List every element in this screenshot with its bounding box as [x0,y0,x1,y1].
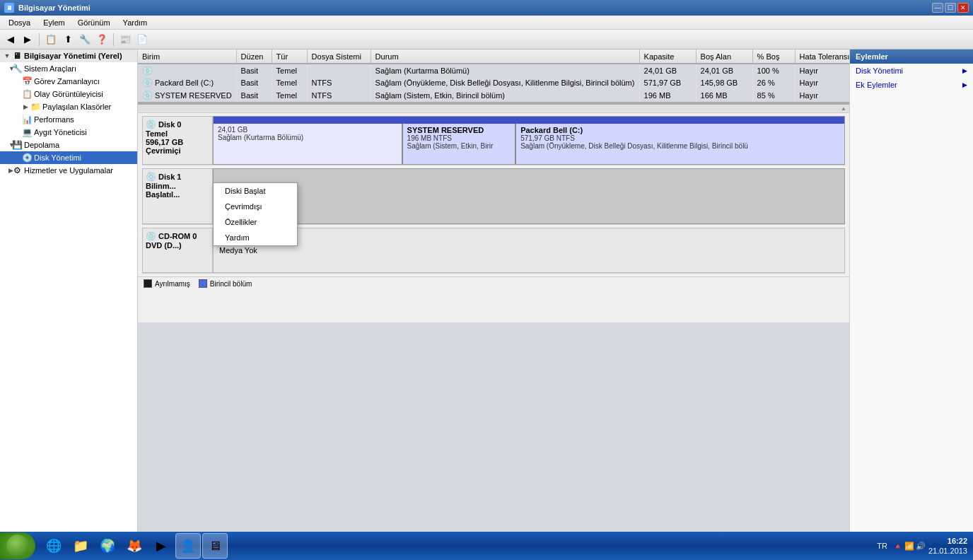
start-button[interactable] [0,532,35,559]
ctx-diski-baslat[interactable]: Diski Başlat [214,183,297,199]
sidebar-item-paylasilan[interactable]: ▶ 📁 Paylaşılan Klasörler [0,100,137,113]
close-button[interactable]: ✕ [957,3,969,13]
tray-icons: 🔺 📶 🔊 [893,542,926,551]
cdrom-content[interactable]: Medya Yok [213,228,845,273]
action-disk-arrow: ▶ [962,67,967,74]
taskbar-icon-ie[interactable]: 🌐 [41,533,66,559]
action-ek-arrow: ▶ [962,81,967,88]
legend-ayrilmamis: Ayrılmamış [144,279,190,288]
sidebar-item-hizmetler[interactable]: ▶ ⚙ Hizmetler ve Uygulamalar [0,164,137,177]
disk0-seg1-info: Sağlam (Kurtarma Bölümü) [218,134,397,141]
cell-bos-0: 24,01 GB [696,64,752,76]
back-button[interactable]: ◀ [3,32,18,47]
col-dosyaSistemi[interactable]: Dosya Sistemi [307,49,371,64]
sidebar-root[interactable]: ▼ 🖥 Bilgisayar Yönetimi (Yerel) [0,49,137,62]
sidebar-item-aygit[interactable]: 💻 Aygıt Yöneticisi [0,126,137,139]
table-row[interactable]: 💿Packard Bell (C:) Basit Temel NTFS Sağl… [138,76,849,89]
disk1-type: Bilinm... [146,182,209,190]
forward-button[interactable]: ▶ [20,32,35,47]
menu-yardim[interactable]: Yardım [117,17,153,28]
paylasilan-label: Paylaşılan Klasörler [42,103,111,111]
olay-label: Olay Görüntüleyicisi [34,90,103,98]
disk0-type: Temel [146,129,209,138]
cell-kap-1: 571,97 GB [639,76,696,89]
disk-label: Disk Yönetimi [34,153,81,162]
minimize-button[interactable]: — [932,3,943,13]
performans-label: Performans [34,115,74,124]
actions-header: Eylemler [850,49,973,64]
col-birim[interactable]: Birim [138,49,236,64]
taskbar-active-app[interactable]: 🖥 [202,533,228,559]
col-hataTol[interactable]: Hata Toleransı [795,49,849,64]
disk-icon: 💿 [21,152,33,163]
disk0-seg3-size: 571,97 GB NTFS [520,134,840,142]
cell-fs-2: NTFS [307,89,371,102]
title-bar: 🖥 Bilgisayar Yönetimi — ☐ ✕ [0,0,973,16]
sidebar-item-sistemAraclari[interactable]: ▼ 🔧 Sistem Araçları [0,62,137,75]
disk0-seg2-size: 196 MB NTFS [407,134,511,142]
col-durum[interactable]: Durum [371,49,639,64]
table-row[interactable]: 💿 Basit Temel Sağlam (Kurtarma Bölümü) 2… [138,64,849,76]
sidebar: ▼ 🖥 Bilgisayar Yönetimi (Yerel) ▼ 🔧 Sist… [0,49,138,532]
legend-birincil-box [199,279,207,288]
disk0-seg1[interactable]: 24,01 GB Sağlam (Kurtarma Bölümü) [214,124,403,164]
taskbar-clock[interactable]: 16:22 21.01.2013 [928,536,967,556]
ctx-yardim[interactable]: Yardım [214,230,297,245]
taskbar-icon-ie2[interactable]: 🌍 [95,533,120,559]
show-hide-button[interactable]: 📋 [43,32,59,47]
gorev-icon: 📅 [21,76,33,87]
properties-button[interactable]: 🔧 [77,32,93,47]
col-duzen[interactable]: Düzen [236,49,272,64]
taskbar-icon-people[interactable]: 👤 [175,533,201,559]
cell-yuz-2: 85 % [752,89,795,102]
cell-hat-0: Hayır [795,64,849,76]
table-row[interactable]: 💿SYSTEM RESERVED Basit Temel NTFS Sağlam… [138,89,849,102]
toolbar-sep-2 [113,33,114,46]
extra-btn2[interactable]: 📄 [134,32,150,47]
menu-eylem[interactable]: Eylem [37,17,71,28]
legend-birincil-label: Birincil bölüm [210,280,252,288]
col-tur[interactable]: Tür [272,49,307,64]
computer-icon: 🖥 [11,50,23,62]
taskbar-icon-firefox[interactable]: 🦊 [122,533,147,559]
col-bosAlan[interactable]: Boş Alan [696,49,752,64]
disk1-unallocated[interactable] [213,168,845,224]
gorev-label: Görev Zamanlayıcı [34,77,100,86]
sidebar-item-olayGorunum[interactable]: 📋 Olay Görüntüleyicisi [0,88,137,100]
sidebar-item-gorevZamanlay[interactable]: 📅 Görev Zamanlayıcı [0,75,137,88]
menu-dosya[interactable]: Dosya [3,17,36,28]
depolama-icon: 💾 [11,139,23,151]
taskbar-icon-folder[interactable]: 📁 [68,533,93,559]
ctx-cevrimdisi[interactable]: Çevrimdışı [214,199,297,214]
disk0-seg3[interactable]: Packard Bell (C:) 571,97 GB NTFS Sağlam … [516,124,844,164]
sidebar-item-diskYonetimi[interactable]: 💿 Disk Yönetimi [0,151,137,164]
cell-tur-0: Temel [272,64,307,76]
taskbar-icon-media[interactable]: ▶ [148,533,174,559]
up-button[interactable]: ⬆ [60,32,76,47]
performans-icon: 📊 [21,114,33,125]
cell-duzen-0: Basit [236,64,272,76]
sidebar-item-performans[interactable]: 📊 Performans [0,113,137,126]
extra-btn1[interactable]: 📰 [117,32,133,47]
cell-birim-0: 💿 [138,64,236,76]
col-yuzBos[interactable]: % Boş [752,49,795,64]
menu-gorunum[interactable]: Görünüm [72,17,116,28]
disk0-seg2[interactable]: SYSTEM RESERVED 196 MB NTFS Sağlam (Sist… [403,124,517,164]
cell-yuz-0: 100 % [752,64,795,76]
cell-duzen-1: Basit [236,76,272,89]
action-disk-yonetimi[interactable]: Disk Yönetimi ▶ [850,64,973,78]
action-ek-eylemler[interactable]: Ek Eylemler ▶ [850,78,973,92]
cell-birim-1: 💿Packard Bell (C:) [138,76,236,89]
cell-kap-0: 24,01 GB [639,64,696,76]
help-button[interactable]: ❓ [94,32,110,47]
disk0-segments: 24,01 GB Sağlam (Kurtarma Bölümü) SYSTEM… [213,116,845,165]
maximize-button[interactable]: ☐ [945,3,956,13]
hizmet-icon: ⚙ [11,165,23,176]
cdrom-name: 💿 CD-ROM 0 [146,231,209,241]
cell-tur-1: Temel [272,76,307,89]
col-kapasite[interactable]: Kapasite [639,49,696,64]
sidebar-item-depolama[interactable]: ▼ 💾 Depolama [0,139,137,151]
disk0-label: 💿 Disk 0 Temel 596,17 GB Çevrimiçi [142,116,213,165]
ctx-ozellikler[interactable]: Özellikler [214,214,297,230]
app-icon: 🖥 [4,3,14,13]
